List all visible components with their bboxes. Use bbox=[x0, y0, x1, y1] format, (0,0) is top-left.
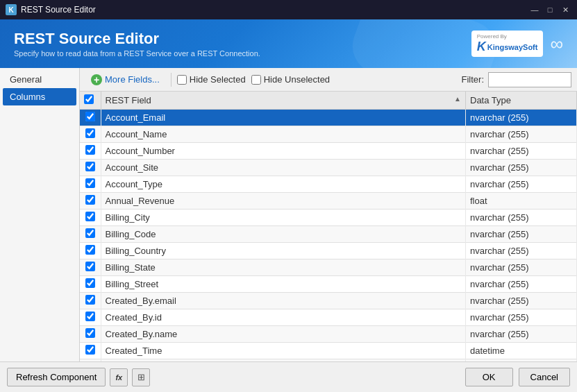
row-checkbox[interactable] bbox=[85, 112, 95, 121]
row-field-name: Billing_Code bbox=[101, 226, 466, 243]
table-row[interactable]: Account_Typenvarchar (255) bbox=[80, 176, 577, 193]
row-data-type: nvarchar (255) bbox=[466, 126, 577, 143]
toolbar: + More Fields... Hide Selected Hide Unse… bbox=[80, 68, 577, 92]
row-data-type: nvarchar (4000) bbox=[466, 359, 577, 362]
row-field-name: Billing_Country bbox=[101, 243, 466, 259]
row-checkbox-cell bbox=[80, 309, 101, 326]
row-field-name: Created_By.email bbox=[101, 293, 466, 309]
table-row[interactable]: Account_Emailnvarchar (255) bbox=[80, 110, 577, 126]
row-field-name: Account_Type bbox=[101, 176, 466, 193]
row-checkbox-cell bbox=[80, 243, 101, 259]
grid-button[interactable]: ⊞ bbox=[132, 368, 150, 386]
row-data-type: nvarchar (255) bbox=[466, 210, 577, 226]
table-row[interactable]: Descriptionnvarchar (4000) bbox=[80, 359, 577, 362]
table-row[interactable]: Billing_Statenvarchar (255) bbox=[80, 259, 577, 276]
fx-button[interactable]: fx bbox=[110, 368, 128, 386]
row-checkbox-cell bbox=[80, 259, 101, 276]
row-checkbox[interactable] bbox=[85, 245, 95, 255]
minimize-button[interactable]: — bbox=[528, 3, 541, 16]
row-checkbox-cell bbox=[80, 226, 101, 243]
row-checkbox-cell bbox=[80, 343, 101, 359]
row-field-name: Created_By.id bbox=[101, 309, 466, 326]
row-checkbox-cell bbox=[80, 359, 101, 362]
table-row[interactable]: Created_By.emailnvarchar (255) bbox=[80, 293, 577, 309]
close-button[interactable]: ✕ bbox=[559, 3, 571, 16]
row-data-type: datetime bbox=[466, 343, 577, 359]
hide-unselected-checkbox[interactable] bbox=[251, 75, 261, 85]
row-checkbox[interactable] bbox=[85, 295, 95, 305]
filter-label: Filter: bbox=[462, 74, 485, 85]
row-checkbox[interactable] bbox=[85, 262, 95, 271]
table-row[interactable]: Created_By.idnvarchar (255) bbox=[80, 309, 577, 326]
more-fields-button[interactable]: + More Fields... bbox=[85, 72, 165, 87]
row-field-name: Billing_Street bbox=[101, 276, 466, 293]
table-row[interactable]: Created_Timedatetime bbox=[80, 343, 577, 359]
row-checkbox[interactable] bbox=[85, 128, 95, 138]
table-row[interactable]: Account_Namenvarchar (255) bbox=[80, 126, 577, 143]
row-checkbox[interactable] bbox=[85, 312, 95, 321]
select-all-checkbox[interactable] bbox=[84, 94, 94, 104]
content-area: + More Fields... Hide Selected Hide Unse… bbox=[80, 68, 577, 361]
row-checkbox[interactable] bbox=[85, 278, 95, 288]
fields-table: REST Field ▲ Data Type Account_Emailnvar… bbox=[80, 92, 577, 361]
row-checkbox[interactable] bbox=[85, 145, 95, 155]
table-row[interactable]: Created_By.namenvarchar (255) bbox=[80, 326, 577, 343]
row-data-type: nvarchar (255) bbox=[466, 276, 577, 293]
row-field-name: Annual_Revenue bbox=[101, 193, 466, 210]
row-data-type: nvarchar (255) bbox=[466, 259, 577, 276]
row-data-type: nvarchar (255) bbox=[466, 160, 577, 176]
row-field-name: Created_Time bbox=[101, 343, 466, 359]
table-row[interactable]: Account_Numbernvarchar (255) bbox=[80, 143, 577, 160]
cancel-button[interactable]: Cancel bbox=[519, 368, 570, 386]
filter-area: Filter: bbox=[462, 72, 572, 87]
row-checkbox[interactable] bbox=[85, 195, 95, 205]
row-field-name: Billing_State bbox=[101, 259, 466, 276]
row-field-name: Account_Name bbox=[101, 126, 466, 143]
row-checkbox[interactable] bbox=[85, 178, 95, 188]
page-subtitle: Specify how to read data from a REST Ser… bbox=[14, 49, 260, 58]
row-checkbox-cell bbox=[80, 193, 101, 210]
main-area: General Columns + More Fields... Hide Se… bbox=[0, 68, 577, 361]
grid-icon: ⊞ bbox=[137, 372, 145, 382]
row-data-type: nvarchar (255) bbox=[466, 143, 577, 160]
row-data-type: nvarchar (255) bbox=[466, 293, 577, 309]
row-checkbox-cell bbox=[80, 126, 101, 143]
row-checkbox-cell bbox=[80, 276, 101, 293]
table-row[interactable]: Billing_Citynvarchar (255) bbox=[80, 210, 577, 226]
row-checkbox-cell bbox=[80, 326, 101, 343]
row-checkbox[interactable] bbox=[85, 328, 95, 338]
row-data-type: nvarchar (255) bbox=[466, 226, 577, 243]
table-row[interactable]: Account_Sitenvarchar (255) bbox=[80, 160, 577, 176]
fx-icon: fx bbox=[115, 373, 122, 382]
hide-selected-label[interactable]: Hide Selected bbox=[177, 74, 246, 85]
title-bar: K REST Source Editor — □ ✕ bbox=[0, 0, 577, 19]
table-row[interactable]: Annual_Revenuefloat bbox=[80, 193, 577, 210]
row-data-type: nvarchar (255) bbox=[466, 243, 577, 259]
row-field-name: Account_Number bbox=[101, 143, 466, 160]
table-row[interactable]: Billing_Codenvarchar (255) bbox=[80, 226, 577, 243]
maximize-button[interactable]: □ bbox=[544, 3, 556, 16]
refresh-component-button[interactable]: Refresh Component bbox=[7, 368, 106, 386]
row-field-name: Account_Email bbox=[101, 110, 466, 126]
table-row[interactable]: Billing_Streetnvarchar (255) bbox=[80, 276, 577, 293]
logo-area: Powered By K KingswaySoft ∞ bbox=[471, 31, 563, 57]
hide-selected-checkbox[interactable] bbox=[177, 75, 187, 85]
sidebar-item-columns[interactable]: Columns bbox=[3, 88, 76, 105]
hide-unselected-label[interactable]: Hide Unselected bbox=[251, 74, 330, 85]
sidebar-item-general[interactable]: General bbox=[3, 71, 76, 88]
filter-input[interactable] bbox=[488, 72, 571, 87]
separator-1 bbox=[171, 73, 172, 87]
row-checkbox-cell bbox=[80, 176, 101, 193]
row-checkbox-cell bbox=[80, 160, 101, 176]
table-container[interactable]: REST Field ▲ Data Type Account_Emailnvar… bbox=[80, 92, 577, 361]
row-data-type: nvarchar (255) bbox=[466, 110, 577, 126]
kingswaysoft-logo: Powered By K KingswaySoft bbox=[471, 31, 544, 57]
ok-button[interactable]: OK bbox=[465, 368, 513, 386]
row-checkbox[interactable] bbox=[85, 162, 95, 171]
sidebar: General Columns bbox=[0, 68, 80, 361]
row-checkbox-cell bbox=[80, 110, 101, 126]
row-checkbox[interactable] bbox=[85, 228, 95, 238]
row-checkbox[interactable] bbox=[85, 212, 95, 221]
table-row[interactable]: Billing_Countrynvarchar (255) bbox=[80, 243, 577, 259]
row-checkbox[interactable] bbox=[85, 345, 95, 355]
